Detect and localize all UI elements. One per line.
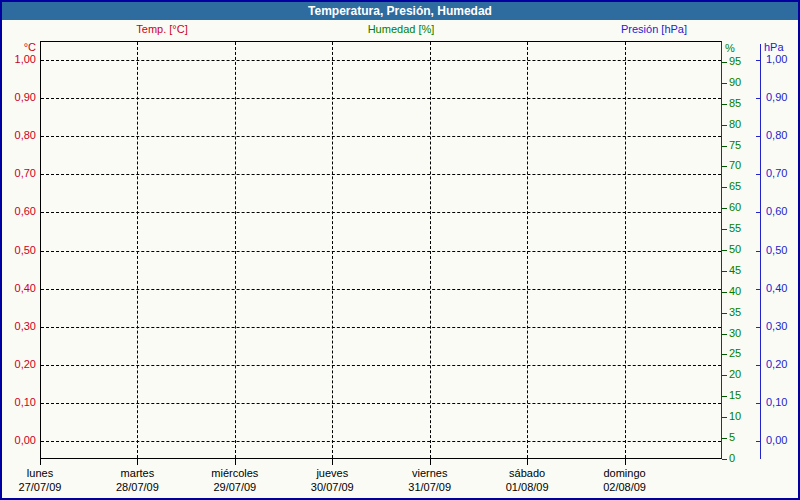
gridline-vertical <box>527 42 528 458</box>
humidity-tick-label: 45 <box>729 264 741 277</box>
legend-humidity: Humedad [%] <box>368 23 435 36</box>
pressure-axis-tick <box>756 174 760 175</box>
gridline-vertical <box>430 42 431 458</box>
x-axis-day-label: viernes <box>382 467 478 480</box>
pressure-tick-label: 0,00 <box>766 434 787 447</box>
humidity-axis-tick <box>722 104 727 105</box>
x-axis-day-label: sábado <box>479 467 575 480</box>
pressure-axis-tick <box>756 136 760 137</box>
temperature-tick-label: 0,50 <box>2 244 36 257</box>
humidity-axis-tick <box>722 396 727 397</box>
gridline-vertical <box>137 42 138 458</box>
temperature-tick-label: 0,80 <box>2 129 36 142</box>
humidity-axis-tick <box>722 354 727 355</box>
humidity-tick-label: 85 <box>729 97 741 110</box>
gridline-vertical <box>625 42 626 458</box>
humidity-axis-tick <box>722 459 727 460</box>
pressure-axis-tick <box>756 60 760 61</box>
humidity-axis-tick <box>722 208 727 209</box>
x-axis-tick <box>332 459 333 465</box>
window-title: Temperatura, Presión, Humedad <box>2 2 798 20</box>
x-axis-date-label: 31/07/09 <box>382 481 478 494</box>
gridline-horizontal <box>41 365 721 366</box>
humidity-axis-tick <box>722 83 727 84</box>
pressure-tick-label: 0,50 <box>766 244 787 257</box>
pressure-axis-tick <box>756 365 760 366</box>
pressure-tick-label: 1,00 <box>766 53 787 66</box>
x-axis-day-label: martes <box>89 467 185 480</box>
humidity-tick-label: 30 <box>729 327 741 340</box>
gridline-vertical <box>332 42 333 458</box>
humidity-axis-tick <box>722 334 727 335</box>
temperature-tick-label: 0,20 <box>2 358 36 371</box>
x-axis-date-label: 28/07/09 <box>89 481 185 494</box>
pressure-axis-unit-label: hPa <box>764 41 784 53</box>
gridline-horizontal <box>41 98 721 99</box>
temperature-tick-label: 0,30 <box>2 320 36 333</box>
temperature-tick-label: 0,00 <box>2 434 36 447</box>
x-axis-date-label: 02/08/09 <box>577 481 673 494</box>
gridline-horizontal <box>41 289 721 290</box>
x-axis-day-label: miércoles <box>187 467 283 480</box>
humidity-axis-tick <box>722 438 727 439</box>
gridline-horizontal <box>41 441 721 442</box>
pressure-tick-label: 0,90 <box>766 91 787 104</box>
pressure-tick-label: 0,60 <box>766 205 787 218</box>
humidity-axis-tick <box>722 375 727 376</box>
pressure-axis-tick <box>756 441 760 442</box>
humidity-tick-label: 10 <box>729 410 741 423</box>
humidity-tick-label: 80 <box>729 118 741 131</box>
temperature-axis-unit-label: °C <box>2 41 36 53</box>
pressure-tick-label: 0,40 <box>766 282 787 295</box>
temperature-tick-label: 0,90 <box>2 91 36 104</box>
humidity-tick-label: 70 <box>729 159 741 172</box>
pressure-tick-label: 0,30 <box>766 320 787 333</box>
humidity-tick-label: 50 <box>729 243 741 256</box>
pressure-axis-tick <box>756 289 760 290</box>
humidity-axis-tick <box>722 62 727 63</box>
gridline-horizontal <box>41 174 721 175</box>
x-axis-day-label: jueves <box>284 467 380 480</box>
x-axis-tick <box>527 459 528 465</box>
pressure-axis-tick <box>756 327 760 328</box>
humidity-axis-tick <box>722 166 727 167</box>
temperature-tick-label: 1,00 <box>2 53 36 66</box>
gridline-horizontal <box>41 327 721 328</box>
x-axis-day-label: domingo <box>577 467 673 480</box>
x-axis-date-label: 30/07/09 <box>284 481 380 494</box>
weather-chart-window: Temperatura, Presión, Humedad Temp. [°C]… <box>0 0 800 500</box>
gridline-vertical <box>235 42 236 458</box>
humidity-axis-tick <box>722 417 727 418</box>
x-axis-day-label: lunes <box>0 467 88 480</box>
x-axis-tick <box>430 459 431 465</box>
pressure-tick-label: 0,70 <box>766 167 787 180</box>
humidity-axis-tick <box>722 313 727 314</box>
pressure-axis-tick <box>756 251 760 252</box>
x-axis-tick <box>137 459 138 465</box>
temperature-tick-label: 0,70 <box>2 167 36 180</box>
pressure-tick-label: 0,10 <box>766 396 787 409</box>
humidity-tick-label: 90 <box>729 76 741 89</box>
humidity-tick-label: 40 <box>729 285 741 298</box>
gridline-horizontal <box>41 251 721 252</box>
humidity-axis-tick <box>722 229 727 230</box>
x-axis-tick <box>625 459 626 465</box>
humidity-tick-label: 15 <box>729 389 741 402</box>
pressure-tick-label: 0,20 <box>766 358 787 371</box>
pressure-tick-label: 0,80 <box>766 129 787 142</box>
humidity-axis-tick <box>722 250 727 251</box>
humidity-axis-tick <box>722 292 727 293</box>
gridline-horizontal <box>41 136 721 137</box>
pressure-axis-line <box>760 44 761 459</box>
humidity-tick-label: 25 <box>729 347 741 360</box>
humidity-axis-tick <box>722 187 727 188</box>
humidity-tick-label: 65 <box>729 180 741 193</box>
humidity-tick-label: 35 <box>729 306 741 319</box>
pressure-axis-tick <box>756 212 760 213</box>
legend-pressure: Presión [hPa] <box>621 23 687 36</box>
temperature-tick-label: 0,40 <box>2 282 36 295</box>
humidity-tick-label: 60 <box>729 201 741 214</box>
humidity-tick-label: 0 <box>729 452 735 465</box>
humidity-axis-tick <box>722 125 727 126</box>
humidity-tick-label: 95 <box>729 55 741 68</box>
